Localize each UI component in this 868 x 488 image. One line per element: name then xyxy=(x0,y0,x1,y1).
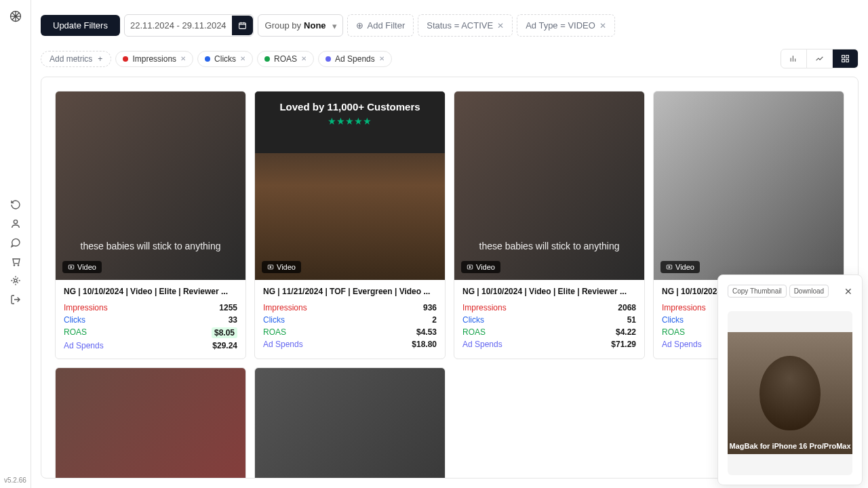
ad-card[interactable] xyxy=(254,367,446,479)
filter-status[interactable]: Status = ACTIVE ✕ xyxy=(418,14,513,37)
stat-clicks: Clicks2 xyxy=(263,314,437,326)
card-title: NG | 10/10/2024 | Video | Elite | Review… xyxy=(64,287,237,296)
svg-point-4 xyxy=(14,279,17,282)
close-icon[interactable]: ✕ xyxy=(844,286,852,297)
metrics-row: Add metrics + Impressions ✕ Clicks ✕ ROA… xyxy=(31,37,868,73)
nav-icons xyxy=(10,199,21,305)
remove-icon[interactable]: ✕ xyxy=(180,55,186,62)
add-metrics-label: Add metrics xyxy=(50,54,92,64)
nav-refresh-icon[interactable] xyxy=(10,199,21,210)
add-metrics-button[interactable]: Add metrics + xyxy=(41,51,111,67)
dot-icon xyxy=(205,56,210,62)
top-toolbar: Update Filters 22.11.2024 - 29.11.2024 G… xyxy=(31,0,868,37)
svg-rect-9 xyxy=(846,60,849,62)
filter-adtype[interactable]: Ad Type = VIDEO ✕ xyxy=(517,14,615,37)
thumbnail-popup: Copy Thumbnail Download ✕ MagBak for iPh… xyxy=(717,274,863,485)
view-line-button[interactable] xyxy=(807,49,833,68)
filter-status-remove-icon[interactable]: ✕ xyxy=(497,21,504,30)
logo xyxy=(9,9,22,23)
metric-label: Impressions xyxy=(132,54,176,64)
card-thumbnail[interactable]: these babies will stick to anythingVideo xyxy=(454,92,644,280)
ad-card[interactable]: these babies will stick to anythingVideo… xyxy=(55,91,246,359)
version-label: v5.2.66 xyxy=(4,476,26,484)
popup-video-preview[interactable]: MagBak for iPhone 16 Pro/ProMax xyxy=(728,311,852,475)
date-range-text: 22.11.2024 - 29.11.2024 xyxy=(125,15,232,36)
svg-point-1 xyxy=(14,220,17,224)
ad-card[interactable] xyxy=(55,367,246,479)
popup-video-title: MagBak for iPhone 16 Pro/ProMax xyxy=(728,442,852,450)
stat-roas: ROAS$8.05 xyxy=(64,326,237,340)
nav-cart-icon[interactable] xyxy=(10,256,21,267)
svg-point-2 xyxy=(14,265,14,266)
metric-roas[interactable]: ROAS ✕ xyxy=(257,51,314,67)
popup-video-frame: MagBak for iPhone 16 Pro/ProMax xyxy=(728,332,852,454)
svg-rect-8 xyxy=(842,60,845,62)
remove-icon[interactable]: ✕ xyxy=(379,55,384,62)
filter-status-label: Status = ACTIVE xyxy=(427,20,493,30)
copy-thumbnail-button[interactable]: Copy Thumbnail xyxy=(728,285,787,298)
stat-spends: Ad Spends$29.24 xyxy=(64,340,237,352)
chevron-down-icon: ▾ xyxy=(332,20,337,30)
remove-icon[interactable]: ✕ xyxy=(301,55,307,62)
view-switcher xyxy=(781,49,859,68)
add-filter-button[interactable]: ⊕ Add Filter xyxy=(347,14,414,37)
video-badge: Video xyxy=(62,261,102,273)
card-thumbnail[interactable]: these babies will stick to anythingVideo xyxy=(56,92,245,280)
stat-roas: ROAS$4.22 xyxy=(462,326,636,338)
group-by-select[interactable]: Group by None ▾ xyxy=(258,14,343,37)
stat-clicks: Clicks51 xyxy=(462,314,636,326)
stat-spends: Ad Spends$18.80 xyxy=(263,338,437,350)
view-bar-button[interactable] xyxy=(781,49,807,68)
video-badge: Video xyxy=(660,261,700,273)
metric-clicks[interactable]: Clicks ✕ xyxy=(197,51,253,67)
sidebar xyxy=(0,0,31,488)
card-title: NG | 11/21/2024 | TOF | Evergreen | Vide… xyxy=(263,287,437,296)
stat-impressions: Impressions2068 xyxy=(462,302,636,314)
card-body: NG | 10/10/2024 | Video | Elite | Review… xyxy=(56,280,245,359)
metric-impressions[interactable]: Impressions ✕ xyxy=(115,51,193,67)
svg-rect-6 xyxy=(842,56,845,58)
stat-impressions: Impressions1255 xyxy=(64,302,237,314)
stat-roas: ROAS$4.53 xyxy=(263,326,437,338)
date-range-picker[interactable]: 22.11.2024 - 29.11.2024 xyxy=(124,14,254,37)
metric-label: ROAS xyxy=(274,54,297,64)
filter-icon: ⊕ xyxy=(356,20,363,30)
card-title: NG | 10/10/2024 | Video | Elite | Review… xyxy=(462,287,636,296)
nav-gear-icon[interactable] xyxy=(10,275,21,286)
dot-icon xyxy=(326,56,331,62)
ad-card[interactable]: Loved by 11,000+ Customers★★★★★Video NG … xyxy=(254,91,446,359)
card-thumbnail[interactable]: Video xyxy=(654,92,844,280)
calendar-icon[interactable] xyxy=(232,16,253,35)
metric-label: Clicks xyxy=(214,54,236,64)
thumb-caption: these babies will stick to anything xyxy=(479,241,620,251)
remove-icon[interactable]: ✕ xyxy=(240,55,245,62)
filter-adtype-label: Ad Type = VIDEO xyxy=(526,20,595,30)
card-thumbnail[interactable] xyxy=(255,368,445,479)
stat-spends: Ad Spends$71.29 xyxy=(462,338,636,350)
card-body: NG | 10/10/2024 | Video | Elite | Review… xyxy=(454,280,644,357)
svg-rect-7 xyxy=(846,56,849,58)
download-button[interactable]: Download xyxy=(789,285,829,298)
metric-label: Ad Spends xyxy=(335,54,375,64)
video-badge: Video xyxy=(262,261,301,273)
group-by-label: Group by xyxy=(265,20,301,30)
stars-icon: ★★★★★ xyxy=(260,117,439,126)
nav-logout-icon[interactable] xyxy=(10,294,21,305)
group-by-value: None xyxy=(304,20,326,30)
update-filters-button[interactable]: Update Filters xyxy=(41,15,120,36)
nav-user-icon[interactable] xyxy=(10,218,21,229)
card-thumbnail[interactable]: Loved by 11,000+ Customers★★★★★Video xyxy=(255,92,445,280)
svg-rect-5 xyxy=(239,23,245,29)
dot-icon xyxy=(264,56,270,62)
filter-adtype-remove-icon[interactable]: ✕ xyxy=(599,21,606,30)
svg-point-3 xyxy=(18,265,18,266)
ad-card[interactable]: these babies will stick to anythingVideo… xyxy=(454,91,645,359)
card-thumbnail[interactable] xyxy=(56,368,245,479)
nav-chat-icon[interactable] xyxy=(10,237,21,248)
thumb-caption: these babies will stick to anything xyxy=(81,241,221,251)
view-grid-button[interactable] xyxy=(833,49,858,68)
metric-spends[interactable]: Ad Spends ✕ xyxy=(318,51,392,67)
stat-clicks: Clicks33 xyxy=(64,314,237,326)
video-badge: Video xyxy=(461,261,500,273)
dot-icon xyxy=(123,56,128,62)
